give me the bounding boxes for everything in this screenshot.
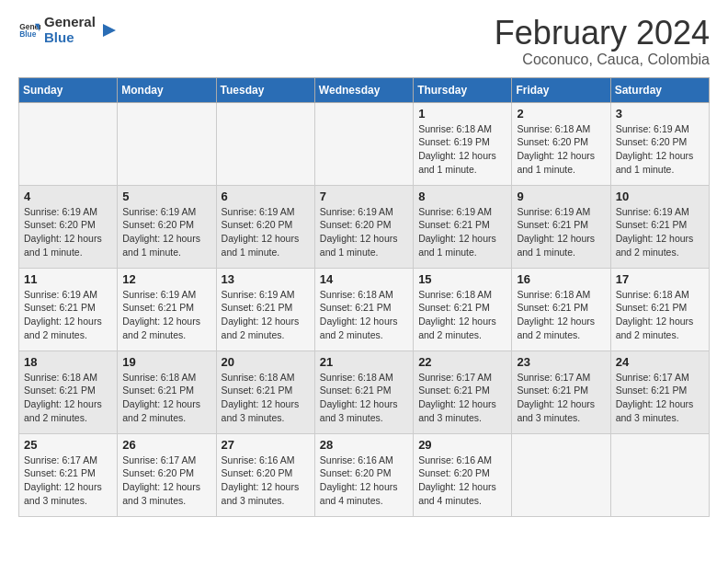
day-info: Sunrise: 6:19 AMSunset: 6:20 PMDaylight:… — [24, 205, 112, 259]
day-number: 10 — [616, 190, 704, 203]
calendar-cell: 26Sunrise: 6:17 AMSunset: 6:20 PMDayligh… — [118, 433, 216, 516]
calendar-header-wednesday: Wednesday — [314, 77, 413, 102]
calendar-cell: 27Sunrise: 6:16 AMSunset: 6:20 PMDayligh… — [216, 433, 314, 516]
day-info: Sunrise: 6:16 AMSunset: 6:20 PMDaylight:… — [320, 454, 408, 508]
calendar-header-monday: Monday — [118, 77, 216, 102]
calendar-week-row: 11Sunrise: 6:19 AMSunset: 6:21 PMDayligh… — [19, 268, 710, 350]
calendar-cell: 29Sunrise: 6:16 AMSunset: 6:20 PMDayligh… — [414, 433, 512, 516]
day-number: 16 — [517, 272, 605, 286]
calendar-cell: 9Sunrise: 6:19 AMSunset: 6:21 PMDaylight… — [512, 185, 610, 268]
calendar-header-saturday: Saturday — [610, 77, 709, 102]
day-number: 26 — [122, 438, 210, 452]
calendar-cell: 13Sunrise: 6:19 AMSunset: 6:21 PMDayligh… — [216, 268, 314, 350]
day-info: Sunrise: 6:16 AMSunset: 6:20 PMDaylight:… — [418, 454, 506, 508]
subtitle: Coconuco, Cauca, Colombia — [495, 52, 710, 68]
calendar-cell: 10Sunrise: 6:19 AMSunset: 6:21 PMDayligh… — [610, 185, 709, 268]
day-info: Sunrise: 6:19 AMSunset: 6:21 PMDaylight:… — [24, 288, 112, 342]
calendar-cell: 14Sunrise: 6:18 AMSunset: 6:21 PMDayligh… — [314, 268, 413, 350]
main-title: February 2024 — [495, 15, 710, 52]
day-info: Sunrise: 6:19 AMSunset: 6:21 PMDaylight:… — [222, 288, 310, 342]
day-info: Sunrise: 6:18 AMSunset: 6:21 PMDaylight:… — [24, 371, 112, 425]
day-info: Sunrise: 6:18 AMSunset: 6:21 PMDaylight:… — [517, 288, 605, 342]
calendar-cell: 1Sunrise: 6:18 AMSunset: 6:19 PMDaylight… — [414, 102, 512, 185]
day-info: Sunrise: 6:18 AMSunset: 6:19 PMDaylight:… — [418, 122, 506, 177]
svg-text:Blue: Blue — [19, 29, 37, 39]
logo-general-text: General — [44, 15, 96, 30]
day-number: 21 — [320, 355, 408, 369]
calendar-week-row: 18Sunrise: 6:18 AMSunset: 6:21 PMDayligh… — [19, 350, 710, 433]
day-info: Sunrise: 6:19 AMSunset: 6:21 PMDaylight:… — [616, 205, 704, 259]
day-number: 28 — [320, 438, 408, 452]
calendar-cell: 16Sunrise: 6:18 AMSunset: 6:21 PMDayligh… — [512, 268, 610, 350]
day-info: Sunrise: 6:18 AMSunset: 6:21 PMDaylight:… — [418, 288, 506, 342]
calendar-cell: 8Sunrise: 6:19 AMSunset: 6:21 PMDaylight… — [414, 185, 512, 268]
calendar-header-friday: Friday — [512, 77, 610, 102]
day-number: 15 — [418, 272, 506, 286]
logo-blue-text: Blue — [44, 30, 96, 46]
day-info: Sunrise: 6:17 AMSunset: 6:20 PMDaylight:… — [122, 454, 210, 508]
day-info: Sunrise: 6:18 AMSunset: 6:21 PMDaylight:… — [616, 288, 704, 342]
calendar-cell: 23Sunrise: 6:17 AMSunset: 6:21 PMDayligh… — [512, 350, 610, 433]
svg-marker-3 — [103, 24, 116, 37]
calendar-header-thursday: Thursday — [414, 77, 512, 102]
calendar-cell: 15Sunrise: 6:18 AMSunset: 6:21 PMDayligh… — [414, 268, 512, 350]
calendar-week-row: 4Sunrise: 6:19 AMSunset: 6:20 PMDaylight… — [19, 185, 710, 268]
day-number: 24 — [616, 355, 704, 369]
day-info: Sunrise: 6:18 AMSunset: 6:21 PMDaylight:… — [320, 371, 408, 425]
calendar-header-row: SundayMondayTuesdayWednesdayThursdayFrid… — [19, 77, 710, 102]
calendar-cell: 28Sunrise: 6:16 AMSunset: 6:20 PMDayligh… — [314, 433, 413, 516]
logo-arrow-icon — [99, 20, 119, 40]
day-info: Sunrise: 6:17 AMSunset: 6:21 PMDaylight:… — [418, 371, 506, 425]
day-info: Sunrise: 6:19 AMSunset: 6:20 PMDaylight:… — [616, 122, 704, 177]
day-number: 19 — [122, 355, 210, 369]
day-number: 20 — [222, 355, 310, 369]
day-info: Sunrise: 6:17 AMSunset: 6:21 PMDaylight:… — [24, 454, 112, 508]
day-number: 8 — [418, 190, 506, 203]
day-number: 18 — [24, 355, 112, 369]
calendar-cell — [512, 433, 610, 516]
calendar-cell — [216, 102, 314, 185]
day-number: 14 — [320, 272, 408, 286]
calendar-week-row: 25Sunrise: 6:17 AMSunset: 6:21 PMDayligh… — [19, 433, 710, 516]
calendar-cell: 17Sunrise: 6:18 AMSunset: 6:21 PMDayligh… — [610, 268, 709, 350]
day-number: 6 — [222, 190, 310, 203]
day-number: 13 — [222, 272, 310, 286]
calendar-cell — [118, 102, 216, 185]
calendar-cell: 19Sunrise: 6:18 AMSunset: 6:21 PMDayligh… — [118, 350, 216, 433]
day-info: Sunrise: 6:17 AMSunset: 6:21 PMDaylight:… — [616, 371, 704, 425]
calendar-cell — [610, 433, 709, 516]
calendar-header-sunday: Sunday — [19, 77, 118, 102]
calendar-cell: 5Sunrise: 6:19 AMSunset: 6:20 PMDaylight… — [118, 185, 216, 268]
day-number: 9 — [517, 190, 605, 203]
calendar-cell: 2Sunrise: 6:18 AMSunset: 6:20 PMDaylight… — [512, 102, 610, 185]
day-number: 12 — [122, 272, 210, 286]
calendar-cell: 12Sunrise: 6:19 AMSunset: 6:21 PMDayligh… — [118, 268, 216, 350]
day-number: 7 — [320, 190, 408, 203]
title-area: February 2024 Coconuco, Cauca, Colombia — [495, 15, 710, 68]
day-info: Sunrise: 6:19 AMSunset: 6:20 PMDaylight:… — [122, 205, 210, 259]
day-number: 1 — [418, 107, 506, 121]
calendar-cell: 21Sunrise: 6:18 AMSunset: 6:21 PMDayligh… — [314, 350, 413, 433]
calendar-cell: 6Sunrise: 6:19 AMSunset: 6:20 PMDaylight… — [216, 185, 314, 268]
day-number: 11 — [24, 272, 112, 286]
day-number: 5 — [122, 190, 210, 203]
day-info: Sunrise: 6:19 AMSunset: 6:21 PMDaylight:… — [418, 205, 506, 259]
calendar-cell: 25Sunrise: 6:17 AMSunset: 6:21 PMDayligh… — [19, 433, 118, 516]
calendar-week-row: 1Sunrise: 6:18 AMSunset: 6:19 PMDaylight… — [19, 102, 710, 185]
day-number: 17 — [616, 272, 704, 286]
calendar-cell: 4Sunrise: 6:19 AMSunset: 6:20 PMDaylight… — [19, 185, 118, 268]
calendar-cell: 7Sunrise: 6:19 AMSunset: 6:20 PMDaylight… — [314, 185, 413, 268]
calendar-cell: 3Sunrise: 6:19 AMSunset: 6:20 PMDaylight… — [610, 102, 709, 185]
day-info: Sunrise: 6:16 AMSunset: 6:20 PMDaylight:… — [222, 454, 310, 508]
day-info: Sunrise: 6:17 AMSunset: 6:21 PMDaylight:… — [517, 371, 605, 425]
day-number: 3 — [616, 107, 704, 121]
calendar-cell: 22Sunrise: 6:17 AMSunset: 6:21 PMDayligh… — [414, 350, 512, 433]
day-info: Sunrise: 6:19 AMSunset: 6:20 PMDaylight:… — [222, 205, 310, 259]
day-info: Sunrise: 6:19 AMSunset: 6:21 PMDaylight:… — [122, 288, 210, 342]
calendar-cell: 18Sunrise: 6:18 AMSunset: 6:21 PMDayligh… — [19, 350, 118, 433]
calendar-header-tuesday: Tuesday — [216, 77, 314, 102]
logo-icon: General Blue — [18, 19, 40, 41]
day-info: Sunrise: 6:19 AMSunset: 6:21 PMDaylight:… — [517, 205, 605, 259]
day-number: 27 — [222, 438, 310, 452]
calendar-cell — [314, 102, 413, 185]
